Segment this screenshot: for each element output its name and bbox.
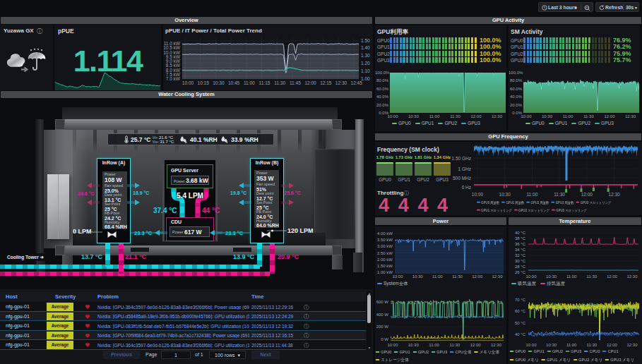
svg-text:A: A [185, 141, 187, 144]
svg-text:B: B [226, 141, 228, 144]
